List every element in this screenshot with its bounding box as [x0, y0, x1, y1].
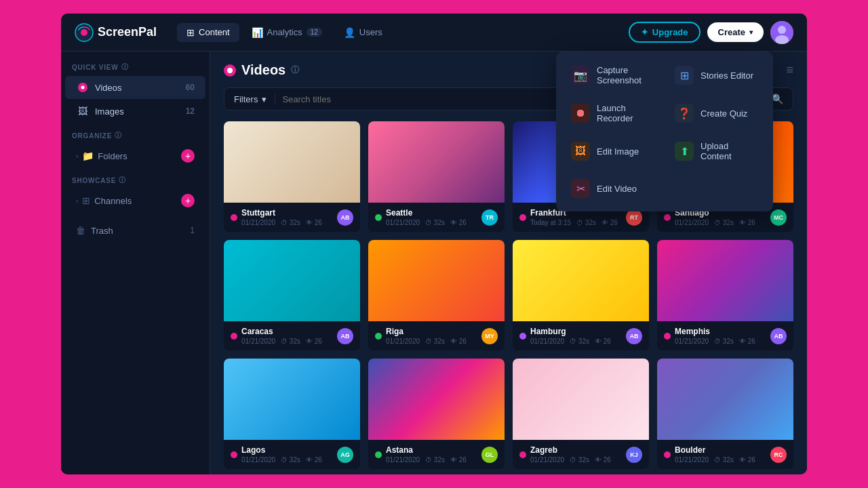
- dropdown-launch-recorder[interactable]: ⏺ Launch Recorder: [563, 96, 663, 130]
- video-card[interactable]: Memphis 01/21/2020 ⏱ 32s 👁 26 AB: [657, 240, 793, 350]
- video-meta: 01/21/2020 ⏱ 32s 👁 26: [675, 456, 766, 464]
- sidebar-item-trash[interactable]: 🗑 Trash 1: [65, 220, 205, 241]
- nav-tab-users[interactable]: 👤 Users: [334, 23, 392, 42]
- video-name: Lagos: [241, 445, 333, 455]
- video-duration: ⏱ 32s: [714, 338, 734, 345]
- rec-dot-inner: [227, 68, 233, 73]
- create-button[interactable]: Create ▾: [707, 22, 764, 42]
- logo: ScreenPal: [75, 23, 157, 42]
- svg-point-6: [81, 86, 85, 89]
- sidebar-item-images[interactable]: 🖼 Images 12: [65, 100, 205, 123]
- add-folder-button[interactable]: +: [181, 149, 195, 163]
- video-owner-avatar: AB: [337, 209, 353, 226]
- dropdown-stories-editor[interactable]: ⊞ Stories Editor: [667, 58, 766, 92]
- avatar-image: [770, 21, 793, 44]
- svg-point-1: [81, 29, 87, 36]
- sidebar-item-channels[interactable]: › ⊞ Channels +: [65, 189, 205, 212]
- capture-screenshot-icon: 📷: [571, 66, 590, 85]
- video-duration: ⏱ 32s: [570, 338, 589, 345]
- sidebar-item-videos[interactable]: Videos 60: [65, 76, 205, 99]
- video-meta: 01/21/2020 ⏱ 32s 👁 26: [241, 338, 333, 345]
- video-views: 👁 26: [595, 456, 611, 464]
- video-name: Astana: [386, 445, 477, 455]
- channels-chevron-icon: ›: [76, 197, 78, 205]
- city-status-dot: [664, 451, 671, 458]
- video-info: Hamburg 01/21/2020 ⏱ 32s 👁 26 AB: [513, 321, 649, 350]
- video-date: 01/21/2020: [530, 338, 564, 345]
- dropdown-edit-video[interactable]: ✂ Edit Video: [563, 172, 663, 205]
- video-name: Stuttgart: [241, 208, 333, 218]
- stories-editor-label: Stories Editor: [701, 70, 753, 81]
- analytics-icon: 📊: [252, 27, 263, 38]
- upgrade-button[interactable]: ✦ Upgrade: [629, 22, 701, 43]
- video-card[interactable]: Caracas 01/21/2020 ⏱ 32s 👁 26 AB: [224, 240, 360, 350]
- video-name: Seattle: [386, 208, 477, 218]
- video-card[interactable]: Astana 01/21/2020 ⏱ 32s 👁 26 GL: [368, 359, 505, 469]
- add-channel-button[interactable]: +: [181, 194, 195, 207]
- nav-tab-content[interactable]: ⊞ Content: [177, 23, 239, 42]
- video-card[interactable]: Boulder 01/21/2020 ⏱ 32s 👁 26 RC: [657, 359, 793, 469]
- organize-info-icon: ⓘ: [115, 131, 122, 140]
- folders-chevron-icon: ›: [76, 152, 78, 160]
- city-status-dot: [231, 451, 237, 458]
- video-thumbnail: [368, 359, 505, 440]
- video-owner-avatar: MC: [770, 209, 787, 226]
- video-thumbnail: [368, 121, 505, 203]
- nav-tab-analytics[interactable]: 📊 Analytics 12: [242, 23, 332, 42]
- dropdown-capture-screenshot[interactable]: 📷 Capture Screenshot: [563, 58, 663, 92]
- edit-video-icon: ✂: [571, 179, 590, 198]
- dropdown-create-quiz[interactable]: ❓ Create Quiz: [667, 96, 766, 130]
- video-views: 👁 26: [450, 338, 467, 345]
- video-owner-avatar: MY: [481, 328, 498, 344]
- video-card[interactable]: Seattle 01/21/2020 ⏱ 32s 👁 26 TR: [368, 121, 505, 232]
- sidebar-videos-label: Videos: [95, 83, 180, 93]
- sidebar-item-folders[interactable]: › 📁 Folders +: [65, 144, 205, 167]
- video-card[interactable]: Hamburg 01/21/2020 ⏱ 32s 👁 26 AB: [513, 240, 649, 350]
- video-date: 01/21/2020: [675, 338, 709, 345]
- video-duration: ⏱ 32s: [425, 456, 445, 464]
- rec-dot: [224, 64, 236, 77]
- dropdown-edit-image[interactable]: 🖼 Edit Image: [563, 134, 663, 168]
- video-meta: 01/21/2020 ⏱ 32s 👁 26: [386, 338, 477, 345]
- image-icon: 🖼: [76, 104, 90, 118]
- video-card[interactable]: Zagreb 01/21/2020 ⏱ 32s 👁 26 KJ: [513, 359, 649, 469]
- video-details: Memphis 01/21/2020 ⏱ 32s 👁 26: [675, 327, 766, 345]
- view-toggle-button[interactable]: ≡: [786, 63, 793, 77]
- showcase-info-icon: ⓘ: [119, 176, 126, 185]
- dropdown-upload-content[interactable]: ⬆ Upload Content: [667, 134, 766, 168]
- video-views: 👁 26: [601, 219, 618, 226]
- filter-button[interactable]: Filters ▾: [234, 94, 275, 104]
- city-status-dot: [664, 333, 671, 340]
- video-info: Seattle 01/21/2020 ⏱ 32s 👁 26 TR: [368, 203, 505, 232]
- video-icon: [76, 81, 90, 94]
- edit-video-label: Edit Video: [597, 184, 637, 194]
- filter-label: Filters: [234, 94, 258, 104]
- video-card[interactable]: Lagos 01/21/2020 ⏱ 32s 👁 26 AG: [224, 359, 360, 469]
- video-meta: 01/21/2020 ⏱ 32s 👁 26: [386, 219, 477, 226]
- video-duration: ⏱ 32s: [425, 338, 445, 345]
- trash-label: Trash: [91, 226, 184, 236]
- nav-tab-content-label: Content: [199, 27, 230, 37]
- video-info: Astana 01/21/2020 ⏱ 32s 👁 26 GL: [368, 440, 505, 469]
- video-owner-avatar: GL: [481, 447, 498, 463]
- user-avatar[interactable]: [770, 21, 793, 44]
- video-card[interactable]: Riga 01/21/2020 ⏱ 32s 👁 26 MY: [368, 240, 505, 350]
- svg-point-3: [778, 26, 786, 34]
- city-status-dot: [519, 451, 526, 458]
- videos-info-icon: ⓘ: [291, 64, 299, 76]
- city-status-dot: [375, 333, 382, 340]
- video-details: Riga 01/21/2020 ⏱ 32s 👁 26: [386, 327, 477, 345]
- video-meta: 01/21/2020 ⏱ 32s 👁 26: [241, 219, 333, 226]
- quick-view-label: QUICK VIEW ⓘ: [61, 62, 210, 72]
- content-title: Videos ⓘ: [224, 62, 299, 78]
- upgrade-star-icon: ✦: [641, 27, 648, 37]
- video-card[interactable]: Stuttgart 01/21/2020 ⏱ 32s 👁 26 AB: [224, 121, 360, 232]
- video-name: Boulder: [675, 445, 766, 455]
- video-info: Boulder 01/21/2020 ⏱ 32s 👁 26 RC: [657, 440, 793, 469]
- video-date: 01/21/2020: [675, 456, 709, 464]
- create-chevron-icon: ▾: [749, 28, 753, 36]
- video-meta: 01/21/2020 ⏱ 32s 👁 26: [675, 219, 766, 226]
- create-label: Create: [718, 27, 745, 37]
- video-owner-avatar: TR: [481, 209, 498, 226]
- video-views: 👁 26: [450, 456, 467, 464]
